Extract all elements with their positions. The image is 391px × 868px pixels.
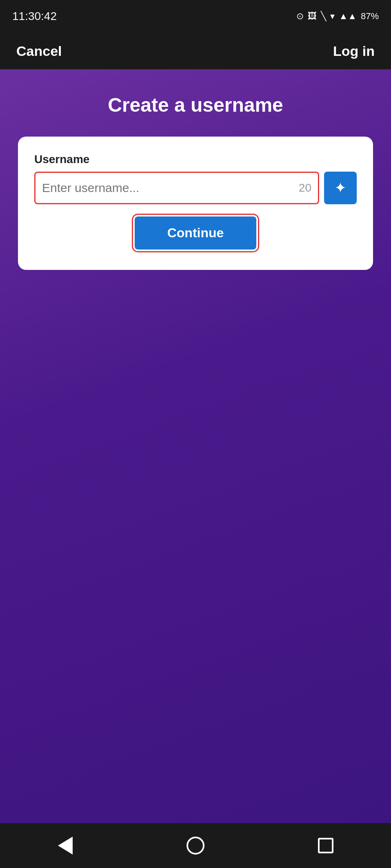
card: Username 20 ✦ Continue (18, 137, 373, 270)
status-bar: 11:30:42 ⊙ 🖼 ╲ ▾ ▲▲ 87% (0, 0, 391, 33)
back-button[interactable] (49, 829, 82, 862)
camera-icon: ⊙ (296, 11, 304, 22)
battery-level: 87% (361, 11, 379, 22)
input-row: 20 ✦ (34, 172, 357, 204)
status-icons: ⊙ 🖼 ╲ ▾ ▲▲ 87% (296, 11, 379, 22)
bottom-nav (0, 823, 391, 868)
recent-button[interactable] (309, 829, 342, 862)
continue-button[interactable]: Continue (135, 216, 257, 250)
status-time: 11:30:42 (12, 10, 57, 23)
username-field-label: Username (34, 153, 357, 166)
cancel-button[interactable]: Cancel (16, 43, 62, 59)
back-icon (58, 837, 73, 855)
main-content: Create a username Username 20 ✦ Continue (0, 69, 391, 823)
page-title: Create a username (108, 94, 283, 116)
recent-icon (318, 838, 333, 853)
signal-icon: ╲ (321, 11, 326, 22)
wifi-icon: ▾ (330, 11, 335, 22)
nav-bar: Cancel Log in (0, 33, 391, 69)
continue-button-wrapper: Continue (34, 216, 357, 250)
home-button[interactable] (179, 829, 212, 862)
magic-button[interactable]: ✦ (324, 172, 357, 204)
username-input[interactable] (42, 173, 295, 203)
home-icon (187, 837, 204, 855)
gallery-icon: 🖼 (308, 11, 317, 22)
login-button[interactable]: Log in (333, 43, 375, 59)
magic-icon: ✦ (334, 179, 347, 197)
signal-bars-icon: ▲▲ (339, 11, 357, 22)
char-count: 20 (299, 181, 311, 194)
username-input-wrapper: 20 (34, 172, 319, 204)
